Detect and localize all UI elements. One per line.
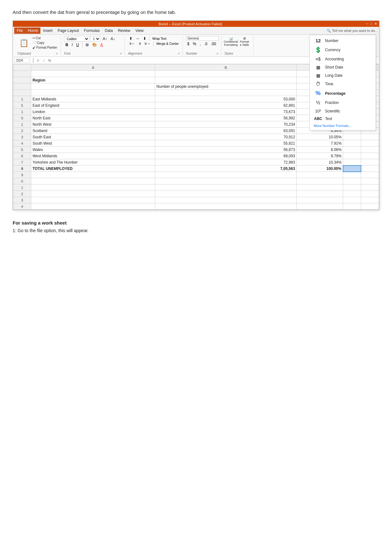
ribbon: 📋 ✂ Cut 📄 Copy 🖌 Format Painter: [13, 35, 379, 57]
format-table-button[interactable]: ⊞ Format a Table: [238, 36, 251, 47]
confirm-formula-icon[interactable]: ✓: [42, 58, 46, 63]
more-number-formats-link[interactable]: More Number Formats...: [310, 123, 376, 129]
dd-item-long-date[interactable]: ▦ Long Date: [310, 71, 376, 80]
clipboard-label: Clipboard ↗: [17, 51, 58, 55]
cut-button[interactable]: ✂ Cut: [32, 36, 58, 40]
dd-label-text: Text: [325, 117, 332, 121]
font-row1: Calibri 11 A↑ A↓: [64, 36, 116, 42]
insert-function-icon[interactable]: fx: [48, 58, 51, 62]
conditional-format-button[interactable]: 📊 Conditional Formatting: [225, 36, 237, 47]
menu-insert[interactable]: Insert: [40, 27, 55, 34]
increase-decimal-button[interactable]: .00: [210, 41, 218, 46]
font-color-button[interactable]: A: [99, 42, 104, 47]
accounting-button[interactable]: $: [186, 41, 191, 46]
dd-item-currency[interactable]: 💲 Currency: [310, 45, 376, 55]
number-format-dropdown[interactable]: General: [186, 36, 219, 41]
dd-item-scientific[interactable]: 10² Scientific: [310, 107, 376, 115]
table-row: 6 West Midlands 69,093 9.79%: [13, 153, 379, 159]
dd-item-time[interactable]: ⏱ Time: [310, 80, 376, 88]
copy-icon: 📄: [33, 41, 36, 45]
merge-center-button[interactable]: Merge & Center: [155, 42, 180, 46]
alignment-expand-icon[interactable]: ↗: [178, 52, 180, 55]
format-painter-button[interactable]: 🖌 Format Painter: [32, 45, 58, 50]
dd-label-accounting: Accounting: [325, 57, 344, 61]
format-table-icon: ⊞: [243, 37, 246, 40]
number-format-dropdown-overlay: 12 Number 💲 Currency ≡$ Accounting ▦ Sho…: [310, 35, 376, 130]
table-row: 0: [13, 178, 379, 184]
italic-button[interactable]: I: [70, 42, 74, 47]
border-button[interactable]: ⊞: [84, 42, 90, 47]
percent-button[interactable]: %: [191, 41, 197, 46]
alignment-group: ⬆ ↔ ⬇ Wrap Text ≡← ≡ ≡→ Merge & Center A…: [125, 36, 183, 55]
window-controls[interactable]: ─□✕: [366, 22, 377, 26]
font-size-dropdown[interactable]: 11: [90, 36, 100, 42]
table-row: 4 South West 55,821 7.91%: [13, 140, 379, 147]
align-top-button[interactable]: ⬆: [128, 36, 134, 41]
wrap-text-button[interactable]: Wrap Text: [151, 37, 168, 41]
cancel-formula-icon[interactable]: ✕: [36, 58, 40, 63]
menu-page-layout[interactable]: Page Layout: [55, 27, 81, 34]
copy-button[interactable]: 📄 Copy: [32, 41, 58, 45]
menu-review[interactable]: Review: [115, 27, 133, 34]
font-name-dropdown[interactable]: Calibri: [64, 36, 89, 42]
dd-label-number: Number: [325, 39, 339, 43]
dd-label-scientific: Scientific: [325, 109, 340, 113]
text-icon: ABC: [314, 117, 323, 121]
clipboard-expand-icon[interactable]: ↗: [56, 52, 58, 55]
time-icon: ⏱: [314, 81, 323, 87]
dd-item-percentage[interactable]: % Percentage: [310, 88, 376, 98]
increase-font-button[interactable]: A↑: [101, 36, 108, 41]
accounting-icon: ≡$: [314, 57, 323, 62]
font-expand-icon[interactable]: ↗: [119, 52, 122, 55]
menu-view[interactable]: View: [133, 27, 146, 34]
paste-button[interactable]: 📋: [17, 37, 31, 49]
menu-file[interactable]: File: [14, 27, 25, 34]
menu-data[interactable]: Data: [102, 27, 115, 34]
dd-item-fraction[interactable]: ½ Fraction: [310, 98, 376, 107]
align-center-button[interactable]: ≡: [137, 41, 142, 46]
dd-label-currency: Currency: [325, 48, 341, 52]
copy-label: Copy: [37, 41, 44, 45]
header-unemployed[interactable]: Number of people unemployed: [155, 83, 297, 90]
dd-item-number[interactable]: 12 Number: [310, 36, 376, 45]
align-left-button[interactable]: ≡←: [128, 41, 136, 46]
font-label: Font ↗: [64, 51, 122, 55]
align-right-button[interactable]: ≡→: [143, 41, 152, 46]
tell-me-box[interactable]: 🔍 Tell me what you want to do...: [327, 29, 378, 33]
dd-item-accounting[interactable]: ≡$ Accounting: [310, 55, 376, 63]
tell-me-text: Tell me what you want to do...: [332, 29, 378, 33]
align-bottom-button[interactable]: ⬇: [142, 36, 148, 41]
region-cell[interactable]: Region: [31, 77, 155, 83]
font-group: Calibri 11 A↑ A↓ B I U ⊞ 🎨 A Font ↗: [62, 36, 125, 55]
table-row: 1: [13, 184, 379, 191]
font-format-row: B I U ⊞ 🎨 A: [64, 42, 104, 47]
underline-button[interactable]: U: [75, 42, 80, 47]
styles-row: 📊 Conditional Formatting ⊞ Format a Tabl…: [225, 36, 251, 47]
table-row: 8 TOTAL UNEMPLOYED 7,05,563 100.00%: [13, 166, 379, 172]
formula-separator: |: [31, 57, 35, 63]
cell-reference-box[interactable]: D24: [14, 58, 30, 63]
align-middle-button[interactable]: ↔: [135, 36, 141, 41]
number-expand-icon[interactable]: ↗: [216, 52, 219, 55]
clipboard-right: ✂ Cut 📄 Copy 🖌 Format Painter: [32, 36, 58, 50]
fill-color-button[interactable]: 🎨: [91, 42, 98, 47]
menu-home[interactable]: Home: [25, 27, 40, 34]
table-row: 2: [13, 191, 379, 197]
menu-formulas[interactable]: Formulas: [81, 27, 102, 34]
short-date-icon: ▦: [314, 65, 323, 70]
dd-item-text[interactable]: ABC Text: [310, 115, 376, 123]
dd-label-percentage: Percentage: [325, 91, 346, 96]
long-date-icon: ▦: [314, 73, 323, 78]
dd-label-long-date: Long Date: [325, 73, 342, 78]
dd-label-fraction: Fraction: [325, 100, 339, 105]
bold-button[interactable]: B: [64, 42, 69, 47]
clipboard-row: 📋 ✂ Cut 📄 Copy 🖌 Format Painter: [17, 36, 58, 50]
currency-icon: 💲: [314, 46, 323, 53]
clipboard-group: 📋 ✂ Cut 📄 Copy 🖌 Format Painter: [15, 36, 61, 55]
comma-button[interactable]: ,: [198, 41, 202, 46]
dd-item-short-date[interactable]: ▦ Short Date: [310, 63, 376, 71]
decrease-font-button[interactable]: A↓: [109, 36, 116, 41]
decrease-decimal-button[interactable]: .0: [203, 41, 208, 46]
col-header-b: B: [155, 64, 297, 71]
table-row: 7 Yorkshire and The Humber 72,983 10.34%: [13, 159, 379, 166]
